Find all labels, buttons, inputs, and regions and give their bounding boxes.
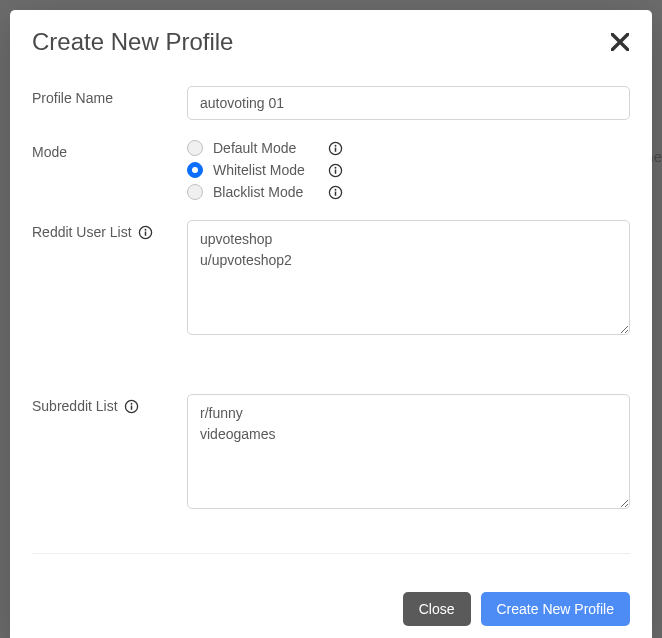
info-icon[interactable] [328, 141, 343, 156]
radio-default[interactable] [187, 140, 203, 156]
mode-option-default: Default Mode [187, 140, 630, 156]
modal-footer: Close Create New Profile [10, 574, 652, 638]
radio-blacklist-label: Blacklist Mode [213, 184, 318, 200]
modal-body: Profile Name Mode Default Mode [10, 70, 652, 574]
profile-name-label: Profile Name [32, 86, 187, 106]
reddit-user-list-row: Reddit User List [32, 220, 630, 339]
svg-point-10 [144, 228, 146, 230]
mode-row: Mode Default Mode Whitelist Mode [32, 140, 630, 200]
modal-header: Create New Profile [10, 10, 652, 70]
subreddit-list-textarea[interactable] [187, 394, 630, 509]
mode-option-blacklist: Blacklist Mode [187, 184, 630, 200]
info-icon[interactable] [124, 399, 139, 414]
profile-name-row: Profile Name [32, 86, 630, 120]
svg-point-4 [335, 166, 337, 168]
svg-rect-5 [335, 169, 337, 173]
create-profile-modal: Create New Profile Profile Name Mode Def… [10, 10, 652, 638]
close-button[interactable]: Close [403, 592, 471, 626]
radio-blacklist[interactable] [187, 184, 203, 200]
radio-whitelist-label: Whitelist Mode [213, 162, 318, 178]
reddit-user-list-label-text: Reddit User List [32, 224, 132, 240]
mode-label: Mode [32, 140, 187, 160]
create-profile-button[interactable]: Create New Profile [481, 592, 631, 626]
profile-name-input[interactable] [187, 86, 630, 120]
mode-radio-group: Default Mode Whitelist Mode [187, 140, 630, 200]
radio-whitelist[interactable] [187, 162, 203, 178]
subreddit-list-label: Subreddit List [32, 394, 187, 414]
reddit-user-list-textarea[interactable] [187, 220, 630, 335]
reddit-user-list-label: Reddit User List [32, 220, 187, 240]
divider [32, 553, 630, 554]
info-icon[interactable] [328, 185, 343, 200]
svg-point-1 [335, 144, 337, 146]
subreddit-list-row: Subreddit List [32, 394, 630, 513]
svg-rect-14 [130, 405, 132, 409]
close-icon[interactable] [610, 32, 630, 52]
info-icon[interactable] [328, 163, 343, 178]
subreddit-list-label-text: Subreddit List [32, 398, 118, 414]
mode-option-whitelist: Whitelist Mode [187, 162, 630, 178]
svg-rect-11 [144, 231, 146, 235]
info-icon[interactable] [138, 225, 153, 240]
svg-rect-8 [335, 191, 337, 195]
modal-title: Create New Profile [32, 28, 233, 56]
svg-rect-2 [335, 147, 337, 151]
radio-default-label: Default Mode [213, 140, 318, 156]
svg-point-7 [335, 188, 337, 190]
svg-point-13 [130, 402, 132, 404]
